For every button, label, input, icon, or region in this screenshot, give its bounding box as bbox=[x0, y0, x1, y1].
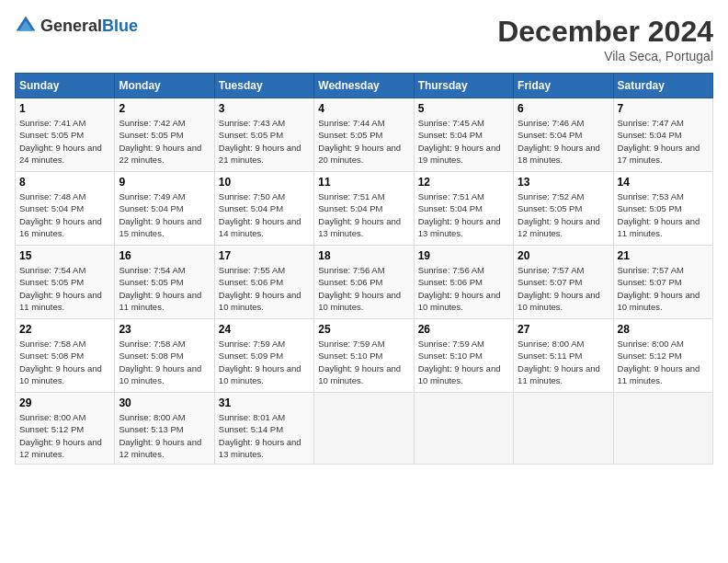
day-info: Sunrise: 7:58 AM Sunset: 5:08 PM Dayligh… bbox=[19, 338, 110, 386]
day-number: 23 bbox=[119, 323, 210, 336]
location-subtitle: Vila Seca, Portugal bbox=[497, 49, 713, 63]
table-row: 24 Sunrise: 7:59 AM Sunset: 5:09 PM Dayl… bbox=[214, 319, 313, 393]
day-number: 28 bbox=[618, 323, 709, 336]
table-row bbox=[314, 393, 414, 465]
logo-general: General bbox=[40, 17, 102, 35]
table-row: 26 Sunrise: 7:59 AM Sunset: 5:10 PM Dayl… bbox=[414, 319, 513, 393]
day-number: 17 bbox=[219, 249, 310, 262]
col-friday: Friday bbox=[514, 74, 613, 98]
day-number: 13 bbox=[518, 176, 609, 189]
table-row: 7 Sunrise: 7:47 AM Sunset: 5:04 PM Dayli… bbox=[613, 98, 712, 172]
day-number: 5 bbox=[418, 102, 509, 115]
table-row: 10 Sunrise: 7:50 AM Sunset: 5:04 PM Dayl… bbox=[214, 172, 313, 246]
day-number: 8 bbox=[19, 176, 110, 189]
table-row: 15 Sunrise: 7:54 AM Sunset: 5:05 PM Dayl… bbox=[16, 246, 115, 319]
table-row: 8 Sunrise: 7:48 AM Sunset: 5:04 PM Dayli… bbox=[16, 172, 115, 246]
day-number: 11 bbox=[318, 176, 409, 189]
col-wednesday: Wednesday bbox=[314, 74, 414, 98]
table-row: 1 Sunrise: 7:41 AM Sunset: 5:05 PM Dayli… bbox=[16, 98, 115, 172]
table-row: 19 Sunrise: 7:56 AM Sunset: 5:06 PM Dayl… bbox=[414, 246, 513, 319]
day-info: Sunrise: 7:54 AM Sunset: 5:05 PM Dayligh… bbox=[119, 264, 210, 313]
day-number: 26 bbox=[418, 323, 509, 336]
table-row bbox=[414, 393, 513, 465]
day-info: Sunrise: 7:59 AM Sunset: 5:10 PM Dayligh… bbox=[318, 338, 409, 386]
table-row: 30 Sunrise: 8:00 AM Sunset: 5:13 PM Dayl… bbox=[115, 393, 214, 465]
table-row: 21 Sunrise: 7:57 AM Sunset: 5:07 PM Dayl… bbox=[613, 246, 712, 319]
table-row: 28 Sunrise: 8:00 AM Sunset: 5:12 PM Dayl… bbox=[613, 319, 712, 393]
day-info: Sunrise: 7:44 AM Sunset: 5:05 PM Dayligh… bbox=[318, 117, 409, 166]
month-title: December 2024 bbox=[497, 15, 713, 49]
table-row: 25 Sunrise: 7:59 AM Sunset: 5:10 PM Dayl… bbox=[314, 319, 414, 393]
day-number: 14 bbox=[618, 176, 709, 189]
day-number: 6 bbox=[518, 102, 609, 115]
day-info: Sunrise: 8:00 AM Sunset: 5:11 PM Dayligh… bbox=[518, 338, 609, 386]
table-row: 18 Sunrise: 7:56 AM Sunset: 5:06 PM Dayl… bbox=[314, 246, 414, 319]
table-row: 17 Sunrise: 7:55 AM Sunset: 5:06 PM Dayl… bbox=[214, 246, 313, 319]
header-row: Sunday Monday Tuesday Wednesday Thursday… bbox=[16, 74, 713, 98]
table-row bbox=[613, 393, 712, 465]
table-row: 29 Sunrise: 8:00 AM Sunset: 5:12 PM Dayl… bbox=[16, 393, 115, 465]
table-row: 9 Sunrise: 7:49 AM Sunset: 5:04 PM Dayli… bbox=[115, 172, 214, 246]
calendar-table: Sunday Monday Tuesday Wednesday Thursday… bbox=[15, 73, 713, 465]
col-tuesday: Tuesday bbox=[214, 74, 313, 98]
day-info: Sunrise: 7:55 AM Sunset: 5:06 PM Dayligh… bbox=[219, 264, 310, 313]
day-info: Sunrise: 7:48 AM Sunset: 5:04 PM Dayligh… bbox=[19, 190, 110, 239]
table-row bbox=[514, 393, 613, 465]
table-row: 4 Sunrise: 7:44 AM Sunset: 5:05 PM Dayli… bbox=[314, 98, 414, 172]
day-info: Sunrise: 7:59 AM Sunset: 5:10 PM Dayligh… bbox=[418, 338, 509, 386]
day-number: 4 bbox=[318, 102, 409, 115]
day-info: Sunrise: 7:46 AM Sunset: 5:04 PM Dayligh… bbox=[518, 117, 609, 166]
day-number: 24 bbox=[219, 323, 310, 336]
col-saturday: Saturday bbox=[613, 74, 712, 98]
day-info: Sunrise: 7:51 AM Sunset: 5:04 PM Dayligh… bbox=[418, 190, 509, 239]
day-info: Sunrise: 7:53 AM Sunset: 5:05 PM Dayligh… bbox=[618, 190, 709, 239]
day-number: 22 bbox=[19, 323, 110, 336]
day-number: 16 bbox=[119, 249, 210, 262]
day-number: 31 bbox=[219, 396, 310, 409]
table-row: 27 Sunrise: 8:00 AM Sunset: 5:11 PM Dayl… bbox=[514, 319, 613, 393]
table-row: 14 Sunrise: 7:53 AM Sunset: 5:05 PM Dayl… bbox=[613, 172, 712, 246]
day-number: 2 bbox=[119, 102, 210, 115]
logo-blue: Blue bbox=[102, 17, 138, 35]
table-row: 2 Sunrise: 7:42 AM Sunset: 5:05 PM Dayli… bbox=[115, 98, 214, 172]
day-number: 25 bbox=[318, 323, 409, 336]
day-info: Sunrise: 7:52 AM Sunset: 5:05 PM Dayligh… bbox=[518, 190, 609, 239]
day-number: 19 bbox=[418, 249, 509, 262]
table-row: 6 Sunrise: 7:46 AM Sunset: 5:04 PM Dayli… bbox=[514, 98, 613, 172]
day-number: 30 bbox=[119, 396, 210, 409]
day-number: 3 bbox=[219, 102, 310, 115]
day-info: Sunrise: 7:51 AM Sunset: 5:04 PM Dayligh… bbox=[318, 190, 409, 239]
day-number: 10 bbox=[219, 176, 310, 189]
day-number: 7 bbox=[618, 102, 709, 115]
day-info: Sunrise: 7:42 AM Sunset: 5:05 PM Dayligh… bbox=[119, 117, 210, 166]
day-info: Sunrise: 7:47 AM Sunset: 5:04 PM Dayligh… bbox=[618, 117, 709, 166]
calendar-body: 1 Sunrise: 7:41 AM Sunset: 5:05 PM Dayli… bbox=[16, 98, 713, 465]
day-info: Sunrise: 8:00 AM Sunset: 5:12 PM Dayligh… bbox=[618, 338, 709, 386]
day-info: Sunrise: 8:01 AM Sunset: 5:14 PM Dayligh… bbox=[219, 411, 310, 460]
table-row: 16 Sunrise: 7:54 AM Sunset: 5:05 PM Dayl… bbox=[115, 246, 214, 319]
table-row: 20 Sunrise: 7:57 AM Sunset: 5:07 PM Dayl… bbox=[514, 246, 613, 319]
day-number: 15 bbox=[19, 249, 110, 262]
table-row: 22 Sunrise: 7:58 AM Sunset: 5:08 PM Dayl… bbox=[16, 319, 115, 393]
day-info: Sunrise: 7:50 AM Sunset: 5:04 PM Dayligh… bbox=[219, 190, 310, 239]
table-row: 11 Sunrise: 7:51 AM Sunset: 5:04 PM Dayl… bbox=[314, 172, 414, 246]
table-row: 5 Sunrise: 7:45 AM Sunset: 5:04 PM Dayli… bbox=[414, 98, 513, 172]
day-number: 21 bbox=[618, 249, 709, 262]
day-info: Sunrise: 8:00 AM Sunset: 5:13 PM Dayligh… bbox=[119, 411, 210, 460]
day-number: 20 bbox=[518, 249, 609, 262]
day-number: 12 bbox=[418, 176, 509, 189]
table-row: 3 Sunrise: 7:43 AM Sunset: 5:05 PM Dayli… bbox=[214, 98, 313, 172]
day-info: Sunrise: 7:57 AM Sunset: 5:07 PM Dayligh… bbox=[518, 264, 609, 313]
day-info: Sunrise: 7:49 AM Sunset: 5:04 PM Dayligh… bbox=[119, 190, 210, 239]
day-info: Sunrise: 7:45 AM Sunset: 5:04 PM Dayligh… bbox=[418, 117, 509, 166]
day-number: 1 bbox=[19, 102, 110, 115]
day-info: Sunrise: 7:43 AM Sunset: 5:05 PM Dayligh… bbox=[219, 117, 310, 166]
main-container: GeneralBlue December 2024 Vila Seca, Por… bbox=[0, 0, 728, 472]
col-monday: Monday bbox=[115, 74, 214, 98]
day-info: Sunrise: 7:41 AM Sunset: 5:05 PM Dayligh… bbox=[19, 117, 110, 166]
day-info: Sunrise: 7:54 AM Sunset: 5:05 PM Dayligh… bbox=[19, 264, 110, 313]
page-header: GeneralBlue December 2024 Vila Seca, Por… bbox=[15, 15, 713, 63]
table-row: 13 Sunrise: 7:52 AM Sunset: 5:05 PM Dayl… bbox=[514, 172, 613, 246]
col-sunday: Sunday bbox=[16, 74, 115, 98]
day-info: Sunrise: 7:56 AM Sunset: 5:06 PM Dayligh… bbox=[318, 264, 409, 313]
